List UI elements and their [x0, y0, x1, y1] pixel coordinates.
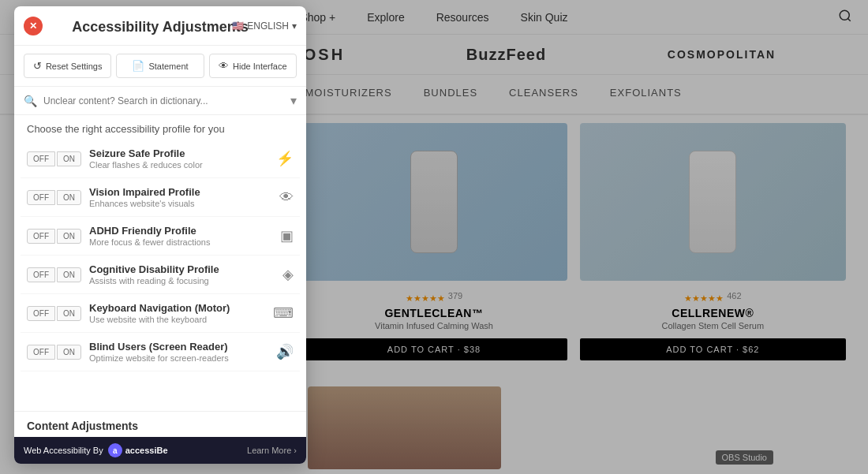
toggle-blind: OFF ON	[27, 345, 81, 360]
profile-info-cognitive: Cognitive Disability Profile Assists wit…	[89, 263, 275, 286]
statement-button[interactable]: 📄 Statement	[116, 54, 204, 78]
toggle-cognitive: OFF ON	[27, 267, 81, 282]
profile-desc-blind: Optimize website for screen-readers	[89, 353, 268, 363]
footer-left: Web Accessibility By a accessiBe	[24, 443, 168, 457]
content-adjustments-heading: Content Adjustments	[14, 411, 306, 437]
toggle-off-vision[interactable]: OFF	[27, 190, 55, 205]
toggle-seizure: OFF ON	[27, 151, 81, 166]
accessibe-icon: a	[108, 443, 122, 457]
hide-icon: 👁	[219, 60, 229, 72]
toggle-on-cognitive[interactable]: ON	[57, 267, 81, 282]
profile-item-seizure: OFF ON Seizure Safe Profile Clear flashe…	[21, 140, 300, 178]
toggle-keyboard: OFF ON	[27, 306, 81, 321]
toggle-on-vision[interactable]: ON	[57, 190, 81, 205]
chevron-down-icon: ▾	[292, 21, 297, 32]
panel-header: ✕ Accessibility Adjustments 🇺🇸 ENGLISH ▾	[14, 6, 306, 46]
blind-icon: 🔊	[276, 343, 294, 360]
learn-more-link[interactable]: Learn More ›	[247, 446, 297, 455]
reset-label: Reset Settings	[46, 62, 103, 71]
profile-info-vision: Vision Impaired Profile Enhances website…	[89, 186, 271, 208]
profile-item-adhd: OFF ON ADHD Friendly Profile More focus …	[21, 217, 300, 256]
close-button[interactable]: ✕	[24, 17, 43, 35]
toggle-off-adhd[interactable]: OFF	[27, 229, 55, 244]
toggle-vision: OFF ON	[27, 190, 81, 205]
profile-item-blind: OFF ON Blind Users (Screen Reader) Optim…	[21, 333, 300, 371]
profile-item-vision: OFF ON Vision Impaired Profile Enhances …	[21, 178, 300, 217]
toggle-on-seizure[interactable]: ON	[57, 151, 81, 166]
profile-desc-cognitive: Assists with reading & focusing	[89, 276, 275, 286]
flag-icon: 🇺🇸	[232, 21, 244, 32]
seizure-icon: ⚡	[276, 150, 294, 167]
accessibility-panel: ✕ Accessibility Adjustments 🇺🇸 ENGLISH ▾…	[14, 6, 306, 464]
toggle-on-adhd[interactable]: ON	[57, 229, 81, 244]
toggle-on-keyboard[interactable]: ON	[57, 306, 81, 321]
cognitive-icon: ◈	[282, 266, 294, 283]
profile-desc-vision: Enhances website's visuals	[89, 199, 271, 208]
search-icon-panel: 🔍	[24, 95, 37, 107]
hide-label: Hide Interface	[233, 62, 286, 71]
hide-interface-button[interactable]: 👁 Hide Interface	[209, 54, 297, 78]
panel-title: Accessibility Adjustments	[72, 19, 248, 35]
profile-name-seizure: Seizure Safe Profile	[89, 147, 268, 159]
web-accessibility-label: Web Accessibility By	[24, 446, 103, 455]
dictionary-search-row: 🔍 ▾	[14, 87, 306, 115]
language-label: ENGLISH	[247, 21, 289, 32]
toggle-adhd: OFF ON	[27, 229, 81, 244]
choose-profile-heading: Choose the right accessibility profile f…	[14, 115, 306, 140]
keyboard-icon: ⌨	[273, 304, 294, 322]
toggle-off-cognitive[interactable]: OFF	[27, 267, 55, 282]
profile-desc-keyboard: Use website with the keyboard	[89, 315, 265, 324]
profile-info-keyboard: Keyboard Navigation (Motor) Use website …	[89, 302, 265, 324]
accessibe-brand: accessiBe	[125, 446, 168, 455]
profile-name-keyboard: Keyboard Navigation (Motor)	[89, 302, 265, 314]
toggle-off-keyboard[interactable]: OFF	[27, 306, 55, 321]
statement-icon: 📄	[132, 60, 144, 72]
toggle-off-seizure[interactable]: OFF	[27, 151, 55, 166]
profile-info-seizure: Seizure Safe Profile Clear flashes & red…	[89, 147, 268, 170]
profile-desc-adhd: More focus & fewer distractions	[89, 237, 272, 247]
panel-footer: Web Accessibility By a accessiBe Learn M…	[14, 437, 306, 464]
profile-list: OFF ON Seizure Safe Profile Clear flashe…	[14, 140, 306, 411]
reset-icon: ↺	[33, 60, 42, 72]
dictionary-search-input[interactable]	[43, 95, 284, 106]
profile-item-cognitive: OFF ON Cognitive Disability Profile Assi…	[21, 256, 300, 294]
profile-item-keyboard: OFF ON Keyboard Navigation (Motor) Use w…	[21, 294, 300, 333]
adhd-icon: ▣	[280, 227, 294, 244]
toggle-off-blind[interactable]: OFF	[27, 345, 55, 360]
profile-info-blind: Blind Users (Screen Reader) Optimize web…	[89, 341, 268, 363]
expand-icon[interactable]: ▾	[290, 93, 297, 108]
profile-info-adhd: ADHD Friendly Profile More focus & fewer…	[89, 225, 272, 247]
language-selector[interactable]: 🇺🇸 ENGLISH ▾	[232, 21, 297, 32]
profile-name-adhd: ADHD Friendly Profile	[89, 225, 272, 237]
profile-name-cognitive: Cognitive Disability Profile	[89, 263, 275, 275]
vision-icon: 👁	[279, 189, 294, 206]
reset-settings-button[interactable]: ↺ Reset Settings	[24, 54, 111, 78]
profile-desc-seizure: Clear flashes & reduces color	[89, 160, 268, 170]
profile-name-vision: Vision Impaired Profile	[89, 186, 271, 198]
toggle-on-blind[interactable]: ON	[57, 345, 81, 360]
panel-controls: ↺ Reset Settings 📄 Statement 👁 Hide Inte…	[14, 46, 306, 87]
statement-label: Statement	[148, 62, 188, 71]
profile-name-blind: Blind Users (Screen Reader)	[89, 341, 268, 353]
accessibe-logo: a accessiBe	[108, 443, 168, 457]
